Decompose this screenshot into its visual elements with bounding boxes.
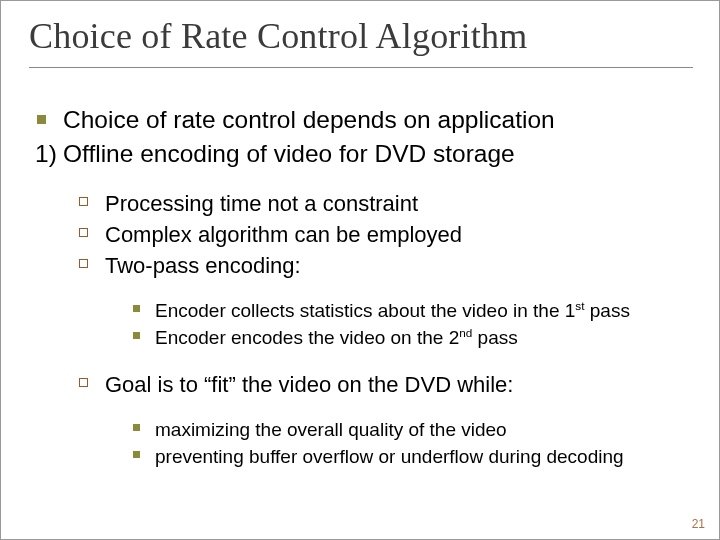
small-square-icon — [133, 444, 155, 458]
hollow-square-icon — [79, 189, 105, 206]
bullet-text: Complex algorithm can be employed — [105, 220, 693, 249]
number-marker: 1) — [35, 138, 63, 170]
square-bullet-icon — [35, 104, 63, 124]
bullet-level3: preventing buffer overflow or underflow … — [133, 444, 693, 469]
bullet-text: Processing time not a constraint — [105, 189, 693, 218]
bullet-text: Choice of rate control depends on applic… — [63, 104, 693, 136]
bullet-level1: Choice of rate control depends on applic… — [35, 104, 693, 136]
small-square-icon — [133, 298, 155, 312]
small-square-icon — [133, 417, 155, 431]
bullet-text: Encoder encodes the video on the 2nd pas… — [155, 325, 693, 350]
bullet-level2: Processing time not a constraint — [79, 189, 693, 218]
hollow-square-icon — [79, 251, 105, 268]
bullet-text: Goal is to “fit” the video on the DVD wh… — [105, 370, 693, 399]
text-part: pass — [585, 300, 630, 321]
bullet-level3: Encoder collects statistics about the vi… — [133, 298, 693, 323]
bullet-level2: Two-pass encoding: — [79, 251, 693, 280]
bullet-level2: Goal is to “fit” the video on the DVD wh… — [79, 370, 693, 399]
bullet-level3: maximizing the overall quality of the vi… — [133, 417, 693, 442]
text-part: Encoder encodes the video on the 2 — [155, 327, 459, 348]
bullet-text: Encoder collects statistics about the vi… — [155, 298, 693, 323]
slide-content: Choice of rate control depends on applic… — [29, 104, 693, 469]
superscript: nd — [459, 326, 472, 339]
slide: Choice of Rate Control Algorithm Choice … — [1, 1, 720, 540]
bullet-level2: Complex algorithm can be employed — [79, 220, 693, 249]
slide-title: Choice of Rate Control Algorithm — [29, 15, 693, 68]
text-part: pass — [472, 327, 517, 348]
bullet-level3: Encoder encodes the video on the 2nd pas… — [133, 325, 693, 350]
hollow-square-icon — [79, 370, 105, 387]
numbered-item: 1) Offline encoding of video for DVD sto… — [35, 138, 693, 170]
text-part: Encoder collects statistics about the vi… — [155, 300, 575, 321]
bullet-text: preventing buffer overflow or underflow … — [155, 444, 693, 469]
page-number: 21 — [692, 517, 705, 531]
superscript: st — [575, 298, 584, 311]
bullet-text: Two-pass encoding: — [105, 251, 693, 280]
small-square-icon — [133, 325, 155, 339]
numbered-text: Offline encoding of video for DVD storag… — [63, 138, 693, 170]
hollow-square-icon — [79, 220, 105, 237]
bullet-text: maximizing the overall quality of the vi… — [155, 417, 693, 442]
